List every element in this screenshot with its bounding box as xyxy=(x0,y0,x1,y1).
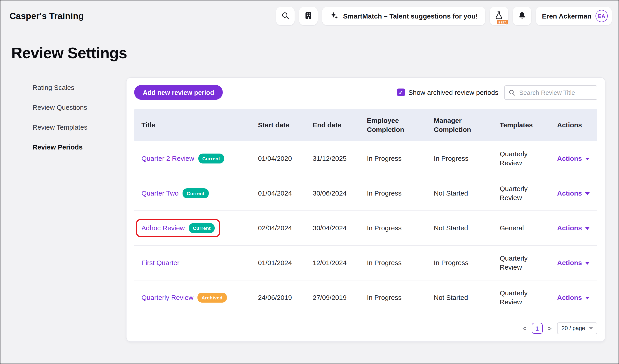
show-archived-checkbox[interactable]: ✓ xyxy=(397,89,405,96)
caret-down-icon xyxy=(585,192,590,195)
end-date-cell: 12/01/2024 xyxy=(313,258,367,268)
actions-label: Actions xyxy=(557,293,582,302)
row-title-group: Quarter 2 Review Current xyxy=(137,151,229,166)
actions-label: Actions xyxy=(557,154,582,163)
sidebar-item-review-templates[interactable]: Review Templates xyxy=(32,123,126,131)
end-date-cell: 31/12/2025 xyxy=(313,154,367,163)
manager-completion-cell: In Progress xyxy=(434,154,500,163)
column-start-date: Start date xyxy=(258,121,313,130)
labs-beta-button[interactable]: BETA xyxy=(490,7,508,25)
search-button[interactable] xyxy=(276,7,295,25)
search-icon xyxy=(281,11,290,21)
review-period-link[interactable]: Adhoc Review xyxy=(141,224,185,233)
search-review-title-input[interactable] xyxy=(504,85,597,100)
row-title-group: Quarterly Review Archived xyxy=(137,290,231,306)
title-cell: Quarter Two Current xyxy=(134,185,258,201)
smartmatch-label: SmartMatch – Talent suggestions for you! xyxy=(343,12,478,20)
status-badge: Current xyxy=(183,189,209,198)
search-icon xyxy=(508,89,516,98)
end-date-cell: 30/04/2024 xyxy=(313,224,367,233)
caret-down-icon xyxy=(585,262,590,265)
table-row: Quarter Two Current 01/04/2024 30/06/202… xyxy=(134,176,597,211)
start-date-cell: 01/04/2024 xyxy=(258,189,313,198)
actions-cell: Actions xyxy=(557,258,598,268)
review-period-link[interactable]: Quarter Two xyxy=(141,189,179,198)
manager-completion-cell: Not Started xyxy=(434,293,500,302)
review-period-link[interactable]: First Quarter xyxy=(141,258,179,268)
employee-completion-cell: In Progress xyxy=(367,189,434,198)
sidebar-item-review-periods[interactable]: Review Periods xyxy=(32,143,126,151)
start-date-cell: 01/04/2020 xyxy=(258,154,313,163)
table-row: Quarter 2 Review Current 01/04/2020 31/1… xyxy=(134,141,597,176)
user-name: Eren Ackerman xyxy=(542,12,591,20)
building-icon xyxy=(304,11,313,21)
actions-dropdown[interactable]: Actions xyxy=(557,258,590,268)
brand-title: Casper's Training xyxy=(10,11,84,21)
column-end-date: End date xyxy=(313,121,367,130)
manager-completion-cell: Not Started xyxy=(434,189,500,198)
avatar: EA xyxy=(595,10,608,22)
title-cell: Quarter 2 Review Current xyxy=(134,151,258,166)
actions-dropdown[interactable]: Actions xyxy=(557,154,590,163)
templates-cell: Quarterly Review xyxy=(500,184,557,202)
page-size-select[interactable]: 20 / page xyxy=(557,323,597,334)
toolbar-right: ✓ Show archived review periods xyxy=(397,85,597,100)
page-number[interactable]: 1 xyxy=(532,323,542,334)
employee-completion-cell: In Progress xyxy=(367,293,434,302)
page-size-label: 20 / page xyxy=(562,325,585,332)
add-review-period-button[interactable]: Add new review period xyxy=(134,85,223,100)
actions-dropdown[interactable]: Actions xyxy=(557,189,590,198)
status-badge: Current xyxy=(189,223,215,233)
actions-label: Actions xyxy=(557,189,582,198)
column-templates: Templates xyxy=(500,121,557,130)
beta-badge: BETA xyxy=(497,20,508,24)
title-cell: Quarterly Review Archived xyxy=(134,290,258,306)
pagination: < 1 > 20 / page xyxy=(134,323,597,334)
search-review-title-box xyxy=(504,85,597,100)
templates-cell: General xyxy=(500,224,557,233)
actions-label: Actions xyxy=(557,224,582,233)
actions-dropdown[interactable]: Actions xyxy=(557,293,590,302)
next-page-button[interactable]: > xyxy=(547,325,552,332)
end-date-cell: 30/06/2024 xyxy=(313,189,367,198)
row-title-group: Adhoc Review Current xyxy=(137,220,219,236)
show-archived-label: Show archived review periods xyxy=(408,89,498,96)
topbar-actions: SmartMatch – Talent suggestions for you!… xyxy=(276,7,612,25)
manager-completion-cell: In Progress xyxy=(434,258,500,268)
templates-cell: Quarterly Review xyxy=(500,254,557,272)
actions-cell: Actions xyxy=(557,293,598,302)
row-title-group: Quarter Two Current xyxy=(137,185,213,201)
templates-cell: Quarterly Review xyxy=(500,289,557,307)
templates-cell: Quarterly Review xyxy=(500,149,557,168)
topbar: Casper's Training SmartMatch – Talent su… xyxy=(0,0,619,25)
app-window: Casper's Training SmartMatch – Talent su… xyxy=(0,0,619,364)
company-directory-button[interactable] xyxy=(299,7,318,25)
user-menu-button[interactable]: Eren Ackerman EA xyxy=(536,7,612,25)
caret-down-icon xyxy=(585,158,590,160)
employee-completion-cell: In Progress xyxy=(367,258,434,268)
actions-cell: Actions xyxy=(557,189,598,198)
status-badge: Current xyxy=(198,154,224,163)
review-period-link[interactable]: Quarter 2 Review xyxy=(141,154,194,163)
actions-cell: Actions xyxy=(557,224,598,233)
sidebar-item-rating-scales[interactable]: Rating Scales xyxy=(32,83,126,91)
start-date-cell: 24/06/2019 xyxy=(258,293,313,302)
notifications-button[interactable] xyxy=(513,7,531,25)
show-archived-checkbox-row[interactable]: ✓ Show archived review periods xyxy=(397,89,498,96)
column-manager-completion: Manager Completion xyxy=(434,116,500,134)
actions-dropdown[interactable]: Actions xyxy=(557,224,590,233)
review-period-link[interactable]: Quarterly Review xyxy=(141,293,193,302)
review-periods-card: Add new review period ✓ Show archived re… xyxy=(126,77,605,342)
employee-completion-cell: In Progress xyxy=(367,224,434,233)
sidebar-item-review-questions[interactable]: Review Questions xyxy=(32,103,126,111)
prev-page-button[interactable]: < xyxy=(522,325,527,332)
column-title: Title xyxy=(134,121,258,130)
title-cell: First Quarter xyxy=(134,255,258,271)
bell-icon xyxy=(518,11,526,21)
actions-cell: Actions xyxy=(557,154,598,163)
page-title: Review Settings xyxy=(11,44,619,62)
status-badge: Archived xyxy=(197,293,226,302)
smartmatch-button[interactable]: SmartMatch – Talent suggestions for you! xyxy=(322,7,485,25)
column-employee-completion: Employee Completion xyxy=(367,116,434,134)
actions-label: Actions xyxy=(557,258,582,268)
